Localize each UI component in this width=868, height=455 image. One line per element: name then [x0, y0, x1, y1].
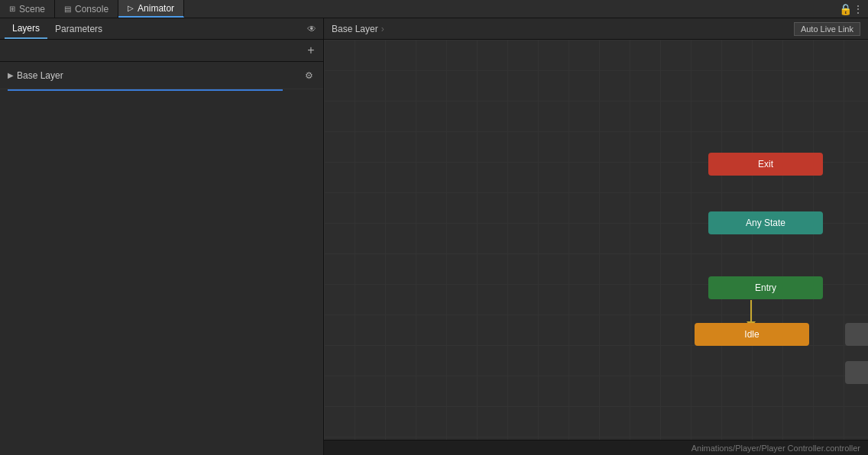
- layer-settings-icon[interactable]: ⚙: [302, 69, 316, 82]
- canvas-area[interactable]: Exit Any State Entry Idle Move Atta: [324, 40, 868, 455]
- state-any-state[interactable]: Any State: [708, 211, 823, 234]
- canvas-grid: [324, 40, 868, 440]
- tab-console[interactable]: ▤ Console: [55, 0, 118, 18]
- left-panel: Layers Parameters 👁 + ▶ Base Layer ⚙: [0, 18, 324, 455]
- console-icon: ▤: [64, 5, 71, 13]
- state-entry[interactable]: Entry: [708, 276, 823, 299]
- menu-icon[interactable]: ⋮: [853, 5, 862, 14]
- panel-header: Layers Parameters 👁: [0, 18, 323, 40]
- state-exit[interactable]: Exit: [708, 153, 823, 176]
- title-bar: ⊞ Scene ▤ Console ▷ Animator 🔒 ⋮: [0, 0, 868, 18]
- breadcrumb: Base Layer ›: [332, 24, 384, 34]
- expand-icon: ▶: [8, 71, 14, 79]
- auto-live-link-button[interactable]: Auto Live Link: [794, 22, 860, 36]
- state-move[interactable]: Move: [845, 323, 868, 346]
- tab-scene[interactable]: ⊞ Scene: [0, 0, 55, 18]
- eye-icon[interactable]: 👁: [305, 22, 319, 36]
- right-panel: Base Layer › Auto Live Link Exit Any Sta…: [324, 18, 868, 455]
- entry-to-idle-arrow: [750, 300, 752, 321]
- add-layer-button[interactable]: +: [303, 43, 319, 58]
- animator-header: Base Layer › Auto Live Link: [324, 18, 868, 40]
- state-roll[interactable]: Roll: [845, 361, 868, 384]
- state-idle[interactable]: Idle: [695, 323, 809, 346]
- animator-icon: ▷: [128, 4, 134, 12]
- tab-layers[interactable]: Layers: [5, 18, 47, 39]
- scene-icon: ⊞: [9, 5, 15, 13]
- main-layout: Layers Parameters 👁 + ▶ Base Layer ⚙ Bas…: [0, 18, 868, 455]
- lock-icon[interactable]: 🔒: [839, 5, 848, 14]
- status-bar: Animations/Player/Player Controller.cont…: [324, 440, 868, 455]
- layer-progress: [8, 89, 283, 91]
- layer-controls: +: [0, 40, 323, 62]
- tab-parameters[interactable]: Parameters: [47, 18, 110, 39]
- window-controls: 🔒 ⋮: [839, 5, 868, 14]
- layer-item-base[interactable]: ▶ Base Layer ⚙: [0, 62, 323, 89]
- breadcrumb-chevron: ›: [381, 24, 384, 34]
- tab-animator[interactable]: ▷ Animator: [118, 0, 184, 18]
